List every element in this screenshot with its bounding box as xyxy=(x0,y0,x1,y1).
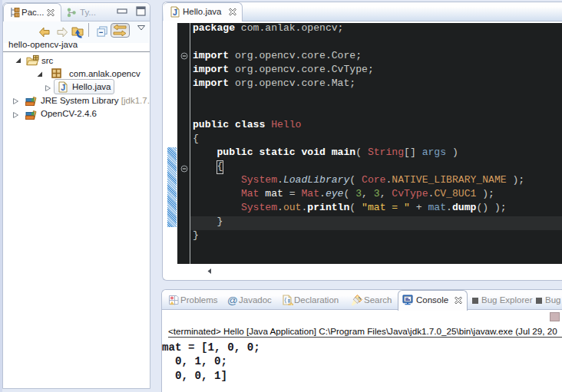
svg-text:J: J xyxy=(61,83,65,92)
svg-text:J: J xyxy=(173,8,177,17)
